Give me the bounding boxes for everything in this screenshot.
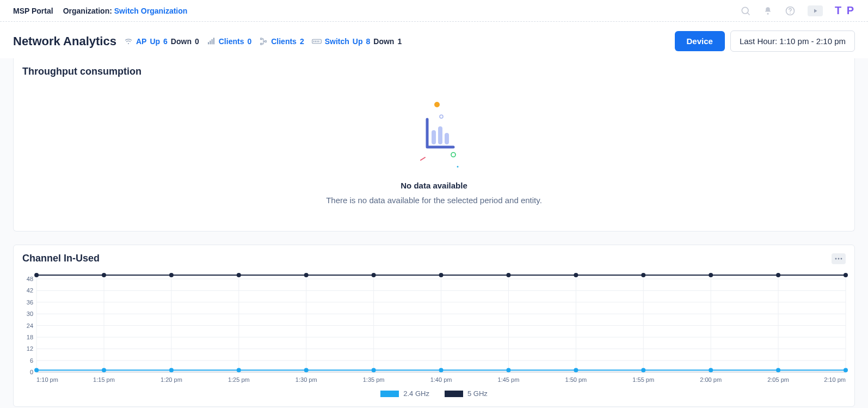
svg-point-90 — [237, 273, 241, 277]
svg-point-91 — [304, 273, 309, 277]
svg-point-94 — [506, 273, 510, 277]
svg-rect-10 — [213, 38, 214, 44]
svg-point-25 — [457, 166, 458, 168]
panel-menu-button[interactable] — [832, 253, 846, 264]
svg-text:1:25 pm: 1:25 pm — [228, 376, 250, 383]
svg-point-79 — [372, 368, 376, 372]
ap-stat-group[interactable]: AP Up 6 Down 0 — [124, 37, 199, 46]
svg-marker-5 — [814, 9, 817, 13]
svg-text:1:10 pm: 1:10 pm — [36, 376, 58, 383]
clients2-label: Clients — [271, 37, 297, 46]
svg-text:2:10 pm: 2:10 pm — [824, 376, 846, 383]
svg-text:42: 42 — [27, 287, 33, 294]
svg-text:36: 36 — [27, 299, 33, 306]
clients-stat-group-2[interactable]: Clients 2 — [259, 37, 304, 46]
sub-header-right: Device Last Hour: 1:10 pm - 2:10 pm — [675, 31, 855, 52]
ap-label: AP — [136, 37, 146, 46]
panels-container: Throughput consumption No data available… — [0, 58, 868, 408]
clients2-value: 2 — [300, 37, 304, 46]
svg-rect-13 — [265, 40, 267, 42]
svg-point-24 — [451, 153, 455, 157]
svg-line-1 — [748, 13, 750, 15]
svg-point-86 — [844, 368, 848, 372]
svg-rect-11 — [261, 38, 262, 40]
svg-point-26 — [835, 258, 837, 259]
svg-point-98 — [776, 273, 780, 277]
organization-label: Organization: — [63, 7, 112, 15]
throughput-empty-state: No data available There is no data avail… — [14, 81, 854, 231]
clients1-value: 0 — [247, 37, 251, 46]
svg-point-87 — [34, 273, 39, 277]
svg-point-93 — [439, 273, 444, 277]
search-icon[interactable] — [740, 5, 751, 16]
svg-point-28 — [841, 258, 842, 259]
svg-point-19 — [434, 102, 440, 107]
time-range-button[interactable]: Last Hour: 1:10 pm - 2:10 pm — [730, 31, 855, 52]
svg-point-92 — [372, 273, 376, 277]
legend-swatch-24ghz — [380, 391, 399, 397]
clients-stat-group-1[interactable]: Clients 0 — [207, 37, 251, 46]
svg-text:18: 18 — [27, 334, 33, 340]
svg-rect-23 — [445, 133, 449, 144]
svg-text:1:55 pm: 1:55 pm — [632, 376, 654, 383]
page-title: Network Analytics — [13, 34, 116, 48]
channel-panel: Channel In-Used 06121824303642481:10 pm1… — [13, 245, 855, 407]
channel-chart-svg: 06121824303642481:10 pm1:15 pm1:20 pm1:2… — [19, 272, 849, 386]
switch-icon — [312, 38, 322, 45]
ap-down-label: Down — [171, 37, 192, 46]
user-avatar[interactable]: T P — [835, 4, 855, 17]
channel-panel-title: Channel In-Used — [22, 253, 100, 264]
channel-chart: 06121824303642481:10 pm1:15 pm1:20 pm1:2… — [14, 267, 854, 406]
legend-item-5ghz[interactable]: 5 GHz — [445, 389, 488, 398]
top-right-group: T P — [740, 4, 855, 17]
device-button[interactable]: Device — [675, 31, 725, 51]
svg-rect-8 — [210, 40, 211, 44]
svg-point-74 — [34, 368, 39, 372]
ap-down-value: 0 — [195, 37, 199, 46]
svg-point-76 — [169, 368, 174, 372]
switch-organization-link[interactable]: Switch Organization — [114, 7, 188, 15]
svg-rect-21 — [432, 130, 436, 144]
svg-rect-18 — [318, 40, 319, 42]
channel-panel-header: Channel In-Used — [14, 245, 854, 267]
svg-text:12: 12 — [27, 345, 33, 352]
svg-point-2 — [767, 13, 768, 14]
svg-point-95 — [574, 273, 578, 277]
sub-header: Network Analytics AP Up 6 Down 0 Clients… — [0, 22, 868, 58]
svg-point-77 — [237, 368, 241, 372]
svg-point-0 — [742, 7, 748, 14]
legend-label-5ghz: 5 GHz — [467, 389, 488, 398]
svg-text:2:00 pm: 2:00 pm — [700, 376, 722, 383]
msp-portal-link[interactable]: MSP Portal — [13, 7, 53, 15]
legend-item-24ghz[interactable]: 2.4 GHz — [380, 389, 429, 398]
svg-rect-16 — [315, 40, 316, 42]
empty-illustration — [410, 100, 459, 171]
svg-rect-17 — [317, 40, 318, 42]
switch-up-value: 8 — [366, 37, 371, 46]
ap-up-label: Up — [150, 37, 160, 46]
svg-point-78 — [304, 368, 309, 372]
svg-text:24: 24 — [27, 322, 33, 329]
switch-down-label: Down — [373, 37, 394, 46]
video-icon[interactable] — [808, 5, 823, 16]
bell-icon[interactable] — [763, 6, 773, 16]
svg-rect-12 — [261, 43, 262, 45]
switch-down-value: 1 — [397, 37, 402, 46]
throughput-panel: Throughput consumption No data available… — [13, 58, 855, 232]
clients1-label: Clients — [219, 37, 244, 46]
topology-icon — [259, 37, 268, 46]
svg-text:1:50 pm: 1:50 pm — [565, 376, 587, 383]
svg-point-6 — [128, 42, 129, 44]
svg-point-97 — [709, 273, 713, 277]
svg-point-96 — [641, 273, 645, 277]
svg-rect-7 — [208, 42, 209, 44]
empty-subtext: There is no data available for the selec… — [326, 196, 542, 205]
help-icon[interactable] — [785, 5, 796, 16]
switch-stat-group[interactable]: Switch Up 8 Down 1 — [312, 37, 402, 46]
signal-icon — [207, 37, 216, 46]
svg-point-99 — [844, 273, 848, 277]
svg-text:0: 0 — [30, 369, 33, 375]
sub-header-left: Network Analytics AP Up 6 Down 0 Clients… — [13, 34, 402, 48]
svg-rect-22 — [438, 126, 442, 144]
svg-point-83 — [641, 368, 645, 372]
